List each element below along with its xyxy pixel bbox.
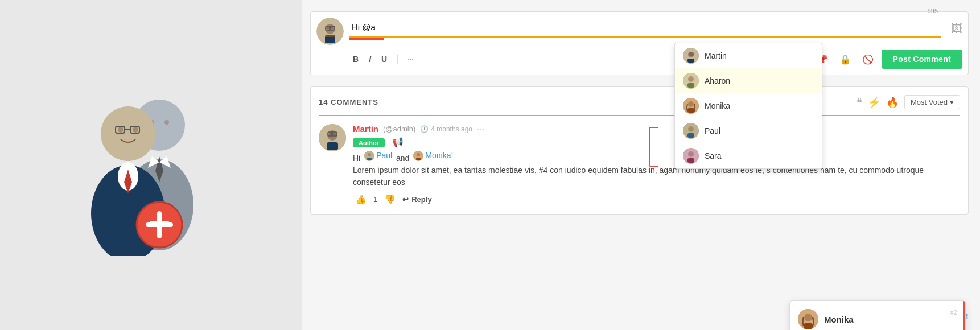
- mention-item-paul[interactable]: Paul: [675, 118, 822, 143]
- mention-paul[interactable]: Paul: [376, 150, 392, 162]
- comment-item: Martin (@admin) 🕐 4 months ago ⋯ Author …: [319, 124, 960, 206]
- vote-count: 1: [373, 195, 377, 204]
- author-badge: Author: [353, 138, 385, 147]
- reply-button[interactable]: ↩ Reply: [402, 195, 431, 204]
- svg-point-7: [101, 106, 155, 161]
- svg-rect-59: [367, 158, 372, 160]
- subscribe-icon[interactable]: 📢: [392, 137, 403, 147]
- underline-button[interactable]: U: [378, 53, 390, 65]
- people-icon: [60, 74, 242, 256]
- svg-point-8: [118, 127, 123, 133]
- comments-count: 14 COMMENTS: [319, 98, 378, 106]
- mention-avatar-aharon: [683, 73, 699, 89]
- formatting-toolbar: B I U | ···: [349, 53, 417, 65]
- monika-card-header: Monika: [798, 309, 957, 329]
- monika-card-name: Monika: [824, 315, 854, 324]
- mention-name-sara: Sara: [705, 151, 722, 160]
- monika-card: #2 Monika " Movet ob: [789, 300, 966, 330]
- svg-point-24: [325, 24, 335, 34]
- reply-label: Reply: [411, 195, 431, 204]
- mention-item-sara[interactable]: Sara: [675, 143, 822, 168]
- mention-item-aharon[interactable]: Aharon: [675, 68, 822, 93]
- mention-item-monika[interactable]: Monika: [675, 93, 822, 118]
- flame-filter-icon[interactable]: 🔥: [886, 96, 899, 109]
- svg-rect-42: [687, 108, 694, 113]
- svg-rect-51: [327, 142, 338, 150]
- comment-author-avatar: [319, 124, 346, 151]
- bolt-filter-icon[interactable]: ⚡: [868, 96, 880, 109]
- svg-rect-45: [687, 133, 694, 138]
- svg-rect-62: [416, 158, 421, 160]
- svg-rect-65: [804, 323, 813, 329]
- svg-point-28: [331, 27, 333, 29]
- comment-body-text: Lorem ipsum dolor sit amet, ea tantas mo…: [353, 166, 924, 187]
- svg-point-38: [688, 76, 694, 82]
- post-comment-button[interactable]: Post Comment: [882, 50, 962, 69]
- image-upload-icon[interactable]: 🖼: [951, 22, 962, 35]
- mention-name-martin: Martin: [705, 51, 727, 60]
- downvote-button[interactable]: 👎: [382, 193, 398, 206]
- svg-point-6: [164, 120, 169, 125]
- svg-rect-34: [687, 59, 694, 63]
- svg-point-64: [804, 314, 812, 321]
- comments-section: 14 COMMENTS ❝ ⚡ 🔥 Most Voted ▾: [310, 86, 969, 214]
- comment-actions-row: 👍 1 👎 ↩ Reply: [353, 193, 960, 206]
- mention-dropdown: Martin Aharon: [674, 43, 822, 169]
- svg-rect-26: [325, 37, 335, 43]
- mention-name-paul: Paul: [705, 126, 720, 135]
- monika-card-number: #2: [950, 309, 957, 316]
- reply-arrow-icon: ↩: [402, 195, 409, 204]
- svg-point-61: [417, 153, 420, 156]
- svg-point-52: [329, 133, 331, 135]
- svg-rect-48: [687, 158, 694, 163]
- card-accent-border: [963, 301, 965, 330]
- svg-point-58: [368, 153, 371, 156]
- clock-icon: 🕐: [420, 125, 429, 133]
- bold-button[interactable]: B: [349, 53, 362, 65]
- lock-button[interactable]: 🔒: [836, 52, 854, 67]
- extra-format-btn[interactable]: ···: [404, 54, 417, 64]
- comments-header: 14 COMMENTS ❝ ⚡ 🔥 Most Voted ▾: [319, 95, 960, 116]
- share-icon[interactable]: ⋯: [477, 125, 485, 134]
- mention-avatar-sara: [683, 148, 699, 164]
- svg-point-47: [688, 151, 694, 157]
- svg-point-41: [688, 101, 694, 107]
- right-content-area: 995 🖼 B I U | ··· 📌 🔒 🚫 Post Comment: [310, 11, 969, 214]
- mention-monika-avatar-inline: [413, 151, 423, 161]
- svg-rect-39: [687, 83, 694, 88]
- mention-avatar-martin: [683, 48, 699, 64]
- red-bracket: [649, 127, 658, 167]
- mention-avatar-paul: [683, 123, 699, 139]
- sort-dropdown[interactable]: Most Voted ▾: [904, 95, 960, 109]
- mention-paul-avatar-inline: [364, 151, 374, 161]
- mention-name-monika: Monika: [705, 101, 730, 110]
- sort-label: Most Voted: [911, 98, 948, 106]
- editor-input-area: 995: [349, 18, 941, 40]
- comment-author-handle: (@admin): [383, 125, 415, 133]
- block-button[interactable]: 🚫: [859, 52, 877, 67]
- comment-input[interactable]: [349, 18, 941, 38]
- monika-card-avatar: [798, 309, 818, 329]
- comment-time-text: 4 months ago: [431, 125, 472, 133]
- svg-point-44: [688, 126, 694, 132]
- editor-top-row: 995 🖼: [316, 18, 962, 45]
- comment-time: 🕐 4 months ago: [420, 125, 472, 133]
- quote-filter-icon[interactable]: ❝: [857, 96, 862, 109]
- mention-item-martin[interactable]: Martin: [675, 43, 822, 68]
- char-count: 995: [928, 7, 938, 14]
- svg-point-53: [333, 133, 336, 135]
- svg-point-9: [133, 127, 138, 133]
- comment-editor: 995 🖼 B I U | ··· 📌 🔒 🚫 Post Comment: [310, 11, 969, 75]
- sort-arrow-icon: ▾: [950, 98, 954, 106]
- editor-toolbar: B I U | ··· 📌 🔒 🚫 Post Comment: [316, 50, 962, 69]
- toolbar-right: 📌 🔒 🚫 Post Comment: [813, 50, 962, 69]
- comment-author-name: Martin: [353, 124, 378, 134]
- mention-monika[interactable]: Monika!: [425, 150, 453, 162]
- illustration-area: [0, 0, 302, 330]
- upvote-button[interactable]: 👍: [353, 193, 369, 206]
- italic-button[interactable]: I: [365, 53, 374, 65]
- comment-text-hi: Hi: [353, 154, 360, 163]
- user-avatar: [316, 18, 344, 45]
- mention-avatar-monika: [683, 98, 699, 114]
- comments-actions: ❝ ⚡ 🔥 Most Voted ▾: [857, 95, 960, 109]
